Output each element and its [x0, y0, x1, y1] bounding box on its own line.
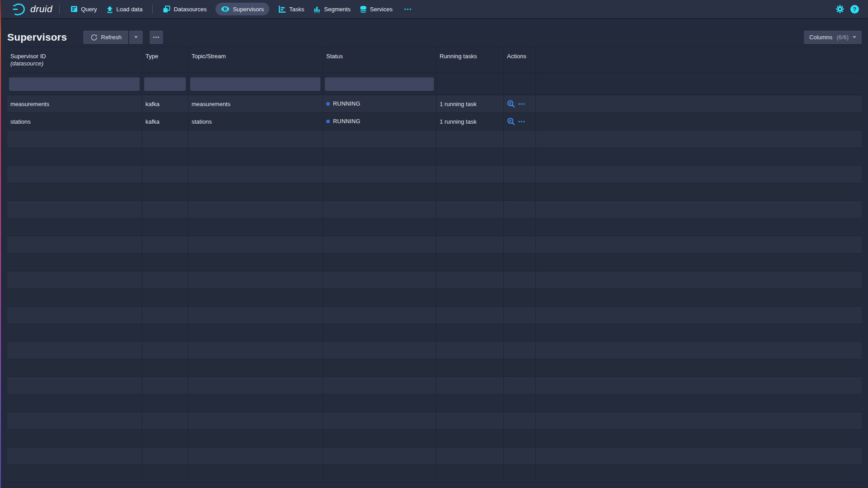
cell-supervisor-id[interactable]: measurements: [7, 95, 142, 112]
cell-actions: •••: [504, 113, 536, 130]
column-header-label: Supervisor ID: [10, 53, 138, 60]
table-cell-empty: [436, 324, 504, 341]
nav-item-label: Segments: [324, 6, 351, 13]
cell-running-tasks[interactable]: 1 running task: [436, 95, 504, 112]
inspect-magnifier-icon[interactable]: [507, 100, 515, 108]
table-cell-empty: [142, 430, 188, 447]
row-more-actions-icon[interactable]: •••: [518, 101, 525, 107]
nav-divider: [59, 5, 60, 14]
row-more-actions-icon[interactable]: •••: [518, 119, 525, 124]
cell-type[interactable]: kafka: [142, 113, 188, 130]
table-cell-empty: [188, 395, 323, 412]
nav-item-tasks[interactable]: Tasks: [274, 3, 309, 15]
table-cell-empty: [188, 377, 323, 394]
table-row-empty: [7, 166, 862, 183]
table-cell-empty: [504, 447, 536, 465]
table-cell-empty: [142, 183, 188, 200]
table-cell-empty: [504, 412, 536, 429]
filter-supervisor-id-input[interactable]: [9, 77, 140, 91]
table-cell-empty: [142, 307, 188, 324]
nav-item-services[interactable]: Services: [355, 3, 397, 15]
druid-logo[interactable]: druid: [12, 2, 52, 17]
help-icon[interactable]: ?: [850, 5, 859, 14]
table-cell-empty: [7, 271, 142, 288]
nav-item-load-data[interactable]: Load data: [102, 3, 147, 15]
table-cell-empty: [504, 201, 536, 218]
nav-item-query[interactable]: Query: [66, 3, 101, 15]
table-cell-empty: [504, 342, 536, 359]
status-running-dot: [326, 120, 330, 123]
table-cell-empty: [323, 271, 436, 288]
table-cell-empty: [436, 430, 504, 447]
table-cell-empty: [7, 395, 142, 412]
table-cell-empty: [323, 342, 436, 359]
column-header-type[interactable]: Type: [142, 47, 188, 73]
table-cell-empty: [7, 236, 142, 253]
nav-overflow-button[interactable]: •••: [401, 6, 416, 12]
table-cell-empty: [504, 130, 536, 148]
table-cell-empty: [7, 430, 142, 447]
nav-item-datasources[interactable]: Datasources: [158, 3, 211, 15]
table-row[interactable]: measurements kafka measurements RUNNING …: [7, 95, 862, 113]
nav-item-label: Supervisors: [233, 6, 264, 13]
cell-running-tasks[interactable]: 1 running task: [436, 113, 504, 130]
column-header-running-tasks[interactable]: Running tasks: [436, 47, 504, 73]
table-cell-empty: [504, 183, 536, 200]
cell-type[interactable]: kafka: [142, 95, 188, 112]
table-cell-empty: [536, 307, 862, 324]
filter-topic-stream-input[interactable]: [190, 77, 320, 91]
column-header-actions[interactable]: Actions: [504, 47, 536, 73]
column-header-label: Actions: [507, 53, 532, 60]
top-nav: druid Query Load data: [0, 0, 868, 18]
column-header-label: Running tasks: [440, 53, 500, 60]
view-more-button[interactable]: •••: [150, 31, 163, 44]
filter-type-input[interactable]: [144, 77, 186, 91]
supervisors-view: Supervisors Refresh ••• Columns (6/6): [0, 28, 868, 483]
table-cell-empty: [504, 465, 536, 482]
cell-topic-stream[interactable]: stations: [188, 113, 323, 130]
inspect-magnifier-icon[interactable]: [507, 117, 515, 125]
column-header-topic-stream[interactable]: Topic/Stream: [188, 47, 323, 73]
table-cell-empty: [504, 254, 536, 271]
settings-gear-icon[interactable]: [835, 5, 845, 14]
column-header-status[interactable]: Status: [323, 47, 436, 73]
table-cell-empty: [536, 412, 862, 429]
eye-icon: [221, 6, 230, 12]
columns-button[interactable]: Columns (6/6): [804, 31, 862, 44]
table-cell-empty: [436, 412, 504, 429]
table-cell-empty: [436, 130, 504, 148]
filter-status-input[interactable]: [325, 77, 434, 91]
table-row-empty: [7, 324, 862, 342]
cell-topic-stream[interactable]: measurements: [188, 95, 323, 112]
refresh-interval-caret-button[interactable]: [129, 31, 143, 44]
table-cell-empty: [188, 307, 323, 324]
nav-item-supervisors[interactable]: Supervisors: [216, 3, 269, 15]
table-cell-empty: [142, 166, 188, 183]
table-cell-empty: [536, 342, 862, 359]
table-cell-empty: [436, 271, 504, 288]
cell-supervisor-id[interactable]: stations: [7, 113, 142, 130]
table-row[interactable]: stations kafka stations RUNNING 1 runnin…: [7, 113, 862, 130]
table-cell-empty: [436, 166, 504, 183]
upload-icon: [106, 5, 113, 13]
table-cell-empty: [188, 183, 323, 200]
table-cell-empty: [142, 148, 188, 165]
cell-status[interactable]: RUNNING: [323, 113, 436, 130]
table-cell-empty: [188, 324, 323, 341]
table-row-empty: [7, 359, 862, 377]
column-header-supervisor-id[interactable]: Supervisor ID (datasource): [7, 47, 142, 73]
refresh-button[interactable]: Refresh: [83, 31, 128, 44]
table-cell-empty: [188, 447, 323, 465]
nav-item-segments[interactable]: Segments: [309, 3, 355, 15]
table-cell-empty: [536, 289, 862, 306]
table-cell-empty: [323, 324, 436, 341]
columns-count: (6/6): [836, 34, 849, 41]
table-cell-empty: [323, 377, 436, 394]
table-cell-empty: [142, 236, 188, 253]
table-cell-empty: [323, 412, 436, 429]
table-row-empty: [7, 342, 862, 359]
table-cell-empty: [142, 465, 188, 482]
filter-cell-empty: [436, 73, 504, 95]
table-cell-empty: [436, 218, 504, 236]
cell-status[interactable]: RUNNING: [323, 95, 436, 112]
